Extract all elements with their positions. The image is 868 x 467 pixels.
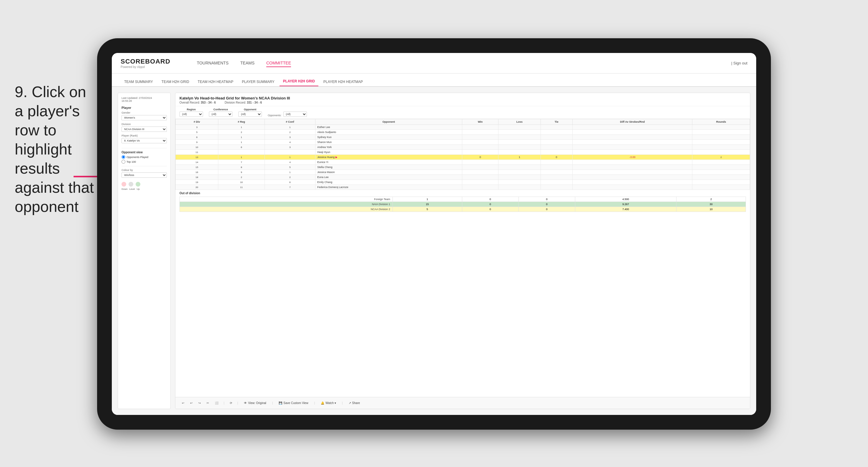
cell-diff bbox=[572, 165, 692, 170]
region-filter-select[interactable]: (All) bbox=[180, 112, 203, 117]
cell-opponent: Eunice Yi bbox=[315, 160, 462, 165]
cell-conf: 3 bbox=[265, 145, 315, 150]
sub-nav-team-h2h-grid[interactable]: TEAM H2H GRID bbox=[158, 77, 193, 86]
logo-title: SCOREBOARD bbox=[121, 58, 170, 65]
toolbar-undo[interactable]: ↩ bbox=[180, 401, 186, 405]
sub-nav-player-summary[interactable]: PLAYER SUMMARY bbox=[238, 77, 278, 86]
toolbar-cut[interactable]: ✂ bbox=[205, 401, 211, 405]
cell-win: 0 bbox=[462, 155, 498, 160]
cell-win bbox=[462, 175, 498, 180]
cell-rounds bbox=[692, 160, 750, 165]
table-row[interactable]: 3 1 1 Esther Lee bbox=[176, 125, 750, 130]
cell-div: 15 bbox=[176, 165, 218, 170]
logo-subtitle: Powered by clippd bbox=[121, 65, 170, 68]
table-row[interactable]: 9 1 4 Sharon Mun bbox=[176, 140, 750, 145]
save-custom-label: Save Custom View bbox=[283, 401, 308, 405]
cell-div: 20 bbox=[176, 185, 218, 190]
ood-row[interactable]: NAIA Division 1 15 0 0 9.267 30 bbox=[180, 202, 746, 207]
sub-nav-player-h2h-heatmap[interactable]: PLAYER H2H HEATMAP bbox=[320, 77, 366, 86]
cell-loss bbox=[498, 130, 540, 135]
bottom-toolbar: ↩ ↩ ↪ ✂ ⬜ | ⟳ | 👁 View: Original | 💾 bbox=[175, 397, 750, 409]
toolbar-sep2: | bbox=[238, 401, 238, 405]
col-conf: # Conf bbox=[265, 119, 315, 125]
toolbar-share[interactable]: ↗ Share bbox=[346, 401, 363, 405]
cell-div: 3 bbox=[176, 125, 218, 130]
table-row[interactable]: 20 11 7 Federica Domecq Lacroze bbox=[176, 185, 750, 190]
cell-div: 5 bbox=[176, 130, 218, 135]
player-rank-select[interactable]: 8. Katelyn Vo bbox=[122, 138, 167, 143]
cell-rounds bbox=[692, 170, 750, 175]
ood-row[interactable]: NCAA Division 2 5 0 0 7.400 10 bbox=[180, 207, 746, 212]
cell-loss: 1 bbox=[498, 155, 540, 160]
ood-cell-diff: 7.400 bbox=[575, 207, 677, 212]
player-section-title: Player bbox=[122, 106, 167, 110]
colour-dots bbox=[122, 182, 167, 187]
col-win: Win bbox=[462, 119, 498, 125]
cell-rounds bbox=[692, 135, 750, 140]
cell-loss bbox=[498, 165, 540, 170]
colour-dot-up bbox=[136, 182, 141, 187]
toolbar-save-custom[interactable]: 💾 Save Custom View bbox=[276, 401, 310, 405]
table-row[interactable]: 11 Heeji Hyun bbox=[176, 150, 750, 155]
cell-reg: 2 bbox=[218, 175, 265, 180]
opponents-filter-select[interactable]: (All) bbox=[283, 112, 307, 117]
table-row[interactable]: 13 1 1 Jessica Huang ▶ 0 1 0 -3.00 2 bbox=[176, 155, 750, 160]
table-row[interactable]: 6 1 3 Sydney Kuo bbox=[176, 135, 750, 140]
table-row[interactable]: 19 10 6 Emily Chang bbox=[176, 180, 750, 185]
table-row[interactable]: 18 2 2 Euna Lee bbox=[176, 175, 750, 180]
radio-opponents-played[interactable]: Opponents Played bbox=[122, 155, 167, 159]
cell-rounds bbox=[692, 185, 750, 190]
table-row[interactable]: 10 6 3 Andrea York bbox=[176, 145, 750, 150]
cell-diff bbox=[572, 175, 692, 180]
radio-top-100[interactable]: Top 100 bbox=[122, 160, 167, 164]
toolbar-redo[interactable]: ↪ bbox=[196, 401, 203, 405]
toolbar-watch[interactable]: 🔔 Watch ▾ bbox=[318, 401, 338, 405]
cell-conf: 7 bbox=[265, 185, 315, 190]
nav-link-committee[interactable]: COMMITTEE bbox=[266, 59, 291, 67]
cell-diff bbox=[572, 180, 692, 185]
division-select[interactable]: NCAA Division III bbox=[122, 127, 167, 132]
radio-group: Opponents Played Top 100 bbox=[122, 155, 167, 164]
toolbar-paste[interactable]: ⬜ bbox=[213, 401, 220, 405]
nav-link-tournaments[interactable]: TOURNAMENTS bbox=[197, 59, 228, 67]
cell-tie bbox=[540, 175, 572, 180]
nav-link-teams[interactable]: TEAMS bbox=[240, 59, 254, 67]
cell-conf: 1 bbox=[265, 125, 315, 130]
toolbar-refresh[interactable]: ⟳ bbox=[228, 401, 234, 405]
cell-rounds bbox=[692, 130, 750, 135]
cell-diff: -3.00 bbox=[572, 155, 692, 160]
opponent-filter-select[interactable]: (All) bbox=[238, 112, 262, 117]
cell-opponent: Stella Cheng bbox=[315, 165, 462, 170]
share-label: Share bbox=[352, 401, 360, 405]
conference-filter-select[interactable]: (All) bbox=[209, 112, 232, 117]
col-tie: Tie bbox=[540, 119, 572, 125]
gender-select[interactable]: Women's bbox=[122, 115, 167, 120]
cell-conf: 1 bbox=[265, 155, 315, 160]
sub-nav-team-summary[interactable]: TEAM SUMMARY bbox=[121, 77, 157, 86]
col-rounds: Rounds bbox=[692, 119, 750, 125]
table-row[interactable]: 16 9 1 Jessica Mason bbox=[176, 170, 750, 175]
toolbar-undo2[interactable]: ↩ bbox=[188, 401, 194, 405]
colour-by-select[interactable]: Win/loss bbox=[122, 173, 167, 178]
cell-conf: 4 bbox=[265, 160, 315, 165]
table-row[interactable]: 15 8 5 Stella Cheng bbox=[176, 165, 750, 170]
cell-tie bbox=[540, 125, 572, 130]
cell-tie: 0 bbox=[540, 155, 572, 160]
cell-opponent: Federica Domecq Lacroze bbox=[315, 185, 462, 190]
cell-tie bbox=[540, 135, 572, 140]
cell-rounds bbox=[692, 145, 750, 150]
ood-row[interactable]: Foreign Team 1 0 0 4.500 2 bbox=[180, 197, 746, 202]
nav-sign-out[interactable]: | Sign out bbox=[731, 61, 747, 65]
cell-conf: 2 bbox=[265, 175, 315, 180]
table-row[interactable]: 5 2 2 Alexis Sudjianto bbox=[176, 130, 750, 135]
cell-reg: 2 bbox=[218, 130, 265, 135]
sub-nav-team-h2h-heatmap[interactable]: TEAM H2H HEATMAP bbox=[194, 77, 237, 86]
toolbar-view-original[interactable]: 👁 View: Original bbox=[242, 401, 269, 405]
sub-nav-player-h2h-grid[interactable]: PLAYER H2H GRID bbox=[280, 77, 318, 86]
player-rank-label: Player (Rank) bbox=[122, 134, 167, 137]
table-row[interactable]: 14 7 4 Eunice Yi bbox=[176, 160, 750, 165]
cell-div: 9 bbox=[176, 140, 218, 145]
toolbar-sep3: | bbox=[272, 401, 273, 405]
cell-conf bbox=[265, 150, 315, 155]
cell-div: 13 bbox=[176, 155, 218, 160]
